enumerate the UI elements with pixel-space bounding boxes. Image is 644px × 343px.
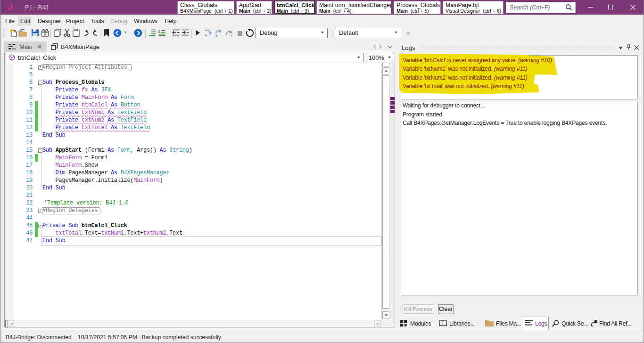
- svg-text:2: 2: [158, 29, 160, 33]
